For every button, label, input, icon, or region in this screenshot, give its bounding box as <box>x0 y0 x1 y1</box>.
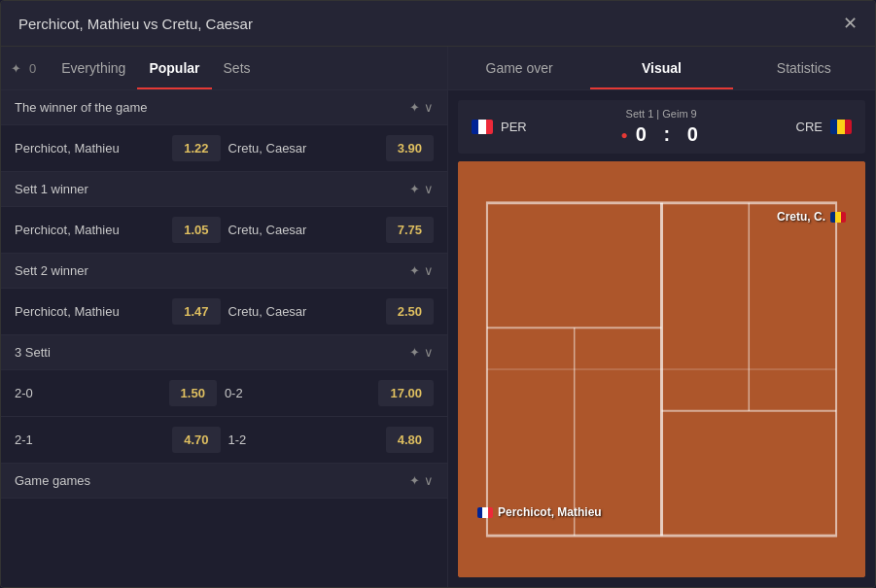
bet-sections-scroll[interactable]: The winner of the game ✦ ∨ Perchicot, Ma… <box>1 90 447 587</box>
flag-fr <box>472 120 493 134</box>
close-button[interactable]: ✕ <box>843 15 858 32</box>
section-gamegames-title: Game games <box>15 473 90 488</box>
bet-3setti-odd-12[interactable]: 4.80 <box>386 427 434 453</box>
team-cre-short: CRE <box>796 120 823 134</box>
left-tabs: ✦ 0 Everything Popular Sets <box>1 47 447 90</box>
flag-ro <box>830 120 852 134</box>
left-panel: ✦ 0 Everything Popular Sets The winner o… <box>1 47 448 587</box>
tab-statistics[interactable]: Statistics <box>733 47 875 89</box>
bet-odd-per[interactable]: 1.22 <box>172 135 220 161</box>
section-3setti-title: 3 Setti <box>15 345 51 360</box>
bet-row-3setti-1: 2-0 1.50 0-2 17.00 <box>1 370 447 417</box>
score-dot: ● <box>620 128 627 142</box>
bet-sett2-team-cre: Cretu, Caesar <box>228 304 378 319</box>
score-left: 0 : 0 <box>636 123 702 146</box>
score-bar: PER Sett 1 | Geim 9 ● 0 : 0 <box>458 100 865 154</box>
section-sett1-icons: ✦ ∨ <box>409 182 434 196</box>
bet-team-per: Perchicot, Mathieu <box>15 141 164 156</box>
bet-sett1-team-cre: Cretu, Caesar <box>228 223 378 237</box>
section-3setti-header: 3 Setti ✦ ∨ <box>1 335 447 370</box>
bet-row-winner-per: Perchicot, Mathieu 1.22 Cretu, Caesar 3.… <box>1 125 447 172</box>
score-display: ● 0 : 0 <box>620 123 701 146</box>
team-cre-info: CRE <box>796 120 852 134</box>
bet-3setti-odd-21[interactable]: 4.70 <box>172 427 220 453</box>
bet-3setti-odd-02[interactable]: 17.00 <box>378 380 434 406</box>
modal-container: Perchicot, Mathieu vs Cretu, Caesar ✕ ✦ … <box>0 0 876 588</box>
section-winner-icons: ✦ ∨ <box>409 100 434 115</box>
tab-sets[interactable]: Sets <box>212 47 263 89</box>
bet-3setti-team-12: 1-2 <box>228 432 378 447</box>
section-sett2-title: Sett 2 winner <box>15 263 88 278</box>
bet-row-3setti-2: 2-1 4.70 1-2 4.80 <box>1 417 447 464</box>
bet-sett1-odd-cre[interactable]: 7.75 <box>386 217 434 243</box>
bet-3setti-team-02: 0-2 <box>225 386 371 400</box>
section-sett2-header: Sett 2 winner ✦ ∨ <box>1 254 447 289</box>
court-player-per: Perchicot, Mathieu <box>477 505 602 519</box>
team-per-short: PER <box>501 120 527 134</box>
court-cre-label: Cretu, C. <box>777 210 825 224</box>
right-panel: Game over Visual Statistics PER <box>448 47 875 587</box>
bet-row-sett1: Perchicot, Mathieu 1.05 Cretu, Caesar 7.… <box>1 207 447 254</box>
bet-sett1-odd-per[interactable]: 1.05 <box>172 217 220 243</box>
court-area: PER Sett 1 | Geim 9 ● 0 : 0 <box>448 90 875 587</box>
bet-3setti-odd-20[interactable]: 1.50 <box>169 380 217 406</box>
section-winner-header: The winner of the game ✦ ∨ <box>1 90 447 125</box>
section-gamegames-header: Game games ✦ ∨ <box>1 464 447 499</box>
bet-sett2-odd-cre[interactable]: 2.50 <box>386 298 434 325</box>
bet-sett1-team-per: Perchicot, Mathieu <box>15 223 164 237</box>
score-label: Sett 1 | Geim 9 <box>620 108 701 120</box>
score-center: Sett 1 | Geim 9 ● 0 : 0 <box>620 108 701 146</box>
court-per-label: Perchicot, Mathieu <box>498 505 602 519</box>
section-sett2-icons: ✦ ∨ <box>409 263 434 278</box>
court-flag-ro <box>830 212 846 223</box>
tab-visual[interactable]: Visual <box>590 47 732 89</box>
section-gamegames-icons: ✦ ∨ <box>409 473 434 488</box>
team-per-info: PER <box>472 120 527 134</box>
bet-team-cre: Cretu, Caesar <box>228 141 378 156</box>
tennis-court: Perchicot, Mathieu Cretu, C. <box>458 161 865 577</box>
tab-game-over[interactable]: Game over <box>448 47 590 89</box>
bet-sett2-odd-per[interactable]: 1.47 <box>172 298 220 325</box>
modal-title: Perchicot, Mathieu vs Cretu, Caesar <box>18 16 253 32</box>
modal-body: ✦ 0 Everything Popular Sets The winner o… <box>1 47 875 587</box>
section-sett1-title: Sett 1 winner <box>15 182 88 196</box>
bet-odd-cre[interactable]: 3.90 <box>386 135 434 161</box>
court-flag-fr <box>477 507 493 518</box>
bet-sett2-team-per: Perchicot, Mathieu <box>15 304 164 319</box>
tab-count: 0 <box>29 61 36 76</box>
pin-icon: ✦ <box>11 61 21 76</box>
court-player-cre: Cretu, C. <box>777 210 846 224</box>
tab-everything[interactable]: Everything <box>50 47 137 89</box>
modal-header: Perchicot, Mathieu vs Cretu, Caesar ✕ <box>1 1 875 47</box>
bet-row-sett2: Perchicot, Mathieu 1.47 Cretu, Caesar 2.… <box>1 289 447 335</box>
tab-popular[interactable]: Popular <box>137 47 211 89</box>
section-sett1-header: Sett 1 winner ✦ ∨ <box>1 172 447 207</box>
section-winner-title: The winner of the game <box>15 100 148 115</box>
section-3setti-icons: ✦ ∨ <box>409 345 434 360</box>
right-tabs: Game over Visual Statistics <box>448 47 875 90</box>
bet-3setti-team-21: 2-1 <box>15 432 164 447</box>
bet-3setti-team-20: 2-0 <box>15 386 161 400</box>
